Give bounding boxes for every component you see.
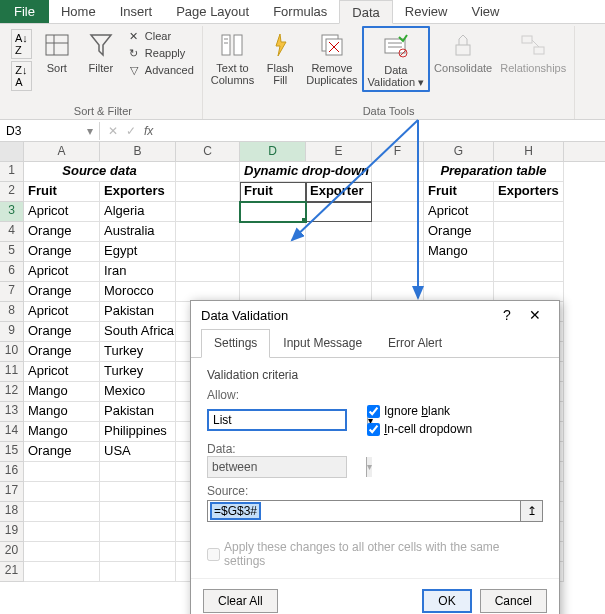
row-header[interactable]: 3 xyxy=(0,202,24,222)
cell[interactable]: Exporters xyxy=(100,182,176,202)
cell[interactable] xyxy=(372,162,424,182)
cell[interactable]: Morocco xyxy=(100,282,176,302)
cell[interactable]: Mango xyxy=(24,402,100,422)
tab-view[interactable]: View xyxy=(459,0,511,23)
cell[interactable] xyxy=(494,202,564,222)
col-header-E[interactable]: E xyxy=(306,142,372,161)
cell[interactable]: Pakistan xyxy=(100,302,176,322)
row-header[interactable]: 16 xyxy=(0,462,24,482)
cell[interactable]: Fruit xyxy=(424,182,494,202)
tab-insert[interactable]: Insert xyxy=(108,0,165,23)
cell[interactable] xyxy=(100,502,176,522)
row-header[interactable]: 1 xyxy=(0,162,24,182)
sort-button[interactable]: Sort xyxy=(35,26,79,76)
col-header-H[interactable]: H xyxy=(494,142,564,161)
cell[interactable] xyxy=(100,562,176,582)
cell[interactable] xyxy=(176,222,240,242)
cell[interactable] xyxy=(100,462,176,482)
row-header[interactable]: 15 xyxy=(0,442,24,462)
cell[interactable] xyxy=(372,222,424,242)
tab-formulas[interactable]: Formulas xyxy=(261,0,339,23)
cell[interactable]: Australia xyxy=(100,222,176,242)
formula-input[interactable] xyxy=(161,129,605,133)
cancel-formula-icon[interactable]: ✕ xyxy=(108,124,118,138)
cell[interactable]: Turkey xyxy=(100,342,176,362)
cell[interactable] xyxy=(24,522,100,542)
cell[interactable] xyxy=(306,202,372,222)
row-header[interactable]: 7 xyxy=(0,282,24,302)
cell[interactable] xyxy=(494,242,564,262)
select-all-corner[interactable] xyxy=(0,142,24,161)
flash-fill-button[interactable]: Flash Fill xyxy=(258,26,302,88)
reapply-button[interactable]: ↻Reapply xyxy=(125,45,196,61)
cell[interactable] xyxy=(372,242,424,262)
cell[interactable]: Iran xyxy=(100,262,176,282)
cell[interactable] xyxy=(306,282,372,302)
enter-formula-icon[interactable]: ✓ xyxy=(126,124,136,138)
cell[interactable] xyxy=(176,262,240,282)
source-input[interactable]: =$G$3# xyxy=(207,500,521,522)
cell[interactable] xyxy=(24,482,100,502)
cell[interactable] xyxy=(176,182,240,202)
cell[interactable]: Dynamic drop-down xyxy=(240,162,372,182)
cell[interactable] xyxy=(494,282,564,302)
cell[interactable] xyxy=(372,182,424,202)
cell[interactable] xyxy=(24,562,100,582)
help-button[interactable]: ? xyxy=(493,307,521,323)
row-header[interactable]: 21 xyxy=(0,562,24,582)
row-header[interactable]: 4 xyxy=(0,222,24,242)
tab-settings[interactable]: Settings xyxy=(201,329,270,358)
tab-review[interactable]: Review xyxy=(393,0,460,23)
advanced-button[interactable]: ▽Advanced xyxy=(125,62,196,78)
cell[interactable]: Preparation table xyxy=(424,162,564,182)
relationships-button[interactable]: Relationships xyxy=(496,26,570,76)
col-header-A[interactable]: A xyxy=(24,142,100,161)
row-header[interactable]: 20 xyxy=(0,542,24,562)
cell[interactable] xyxy=(24,542,100,562)
fx-icon[interactable]: fx xyxy=(144,124,153,138)
cell[interactable] xyxy=(240,282,306,302)
cell[interactable]: Apricot xyxy=(424,202,494,222)
data-validation-button[interactable]: Data Validation ▾ xyxy=(362,26,431,92)
cell[interactable]: Exporter xyxy=(306,182,372,202)
cell[interactable]: Apricot xyxy=(24,362,100,382)
cell[interactable] xyxy=(176,242,240,262)
name-box[interactable]: D3▾ xyxy=(0,122,100,140)
col-header-B[interactable]: B xyxy=(100,142,176,161)
row-header[interactable]: 10 xyxy=(0,342,24,362)
cell[interactable]: Fruit xyxy=(24,182,100,202)
row-header[interactable]: 5 xyxy=(0,242,24,262)
close-icon[interactable]: ✕ xyxy=(521,307,549,323)
row-header[interactable]: 11 xyxy=(0,362,24,382)
clear-all-button[interactable]: Clear All xyxy=(203,589,278,613)
sort-desc-icon[interactable]: Z↓A xyxy=(11,61,31,91)
cell[interactable] xyxy=(424,262,494,282)
row-header[interactable]: 17 xyxy=(0,482,24,502)
ok-button[interactable]: OK xyxy=(422,589,471,613)
cell[interactable] xyxy=(240,242,306,262)
consolidate-button[interactable]: Consolidate xyxy=(430,26,496,76)
row-header[interactable]: 13 xyxy=(0,402,24,422)
tab-page-layout[interactable]: Page Layout xyxy=(164,0,261,23)
remove-duplicates-button[interactable]: Remove Duplicates xyxy=(302,26,361,88)
cell[interactable]: Egypt xyxy=(100,242,176,262)
cell[interactable] xyxy=(306,242,372,262)
cell[interactable] xyxy=(240,222,306,242)
incell-dropdown-checkbox[interactable]: In-cell dropdown xyxy=(367,422,472,436)
row-header[interactable]: 8 xyxy=(0,302,24,322)
cell[interactable] xyxy=(424,282,494,302)
cell[interactable]: Pakistan xyxy=(100,402,176,422)
cell[interactable]: Orange xyxy=(24,222,100,242)
cell[interactable]: Source data xyxy=(24,162,176,182)
tab-error-alert[interactable]: Error Alert xyxy=(375,329,455,357)
tab-input-message[interactable]: Input Message xyxy=(270,329,375,357)
allow-combo[interactable]: ▾ xyxy=(207,409,347,431)
cell[interactable]: Mango xyxy=(424,242,494,262)
cell[interactable]: Apricot xyxy=(24,262,100,282)
ignore-blank-checkbox[interactable]: Ignore blank xyxy=(367,404,472,418)
cell[interactable]: Exporters xyxy=(494,182,564,202)
cell[interactable]: Orange xyxy=(24,342,100,362)
col-header-F[interactable]: F xyxy=(372,142,424,161)
cell[interactable] xyxy=(100,482,176,502)
cell[interactable]: USA xyxy=(100,442,176,462)
